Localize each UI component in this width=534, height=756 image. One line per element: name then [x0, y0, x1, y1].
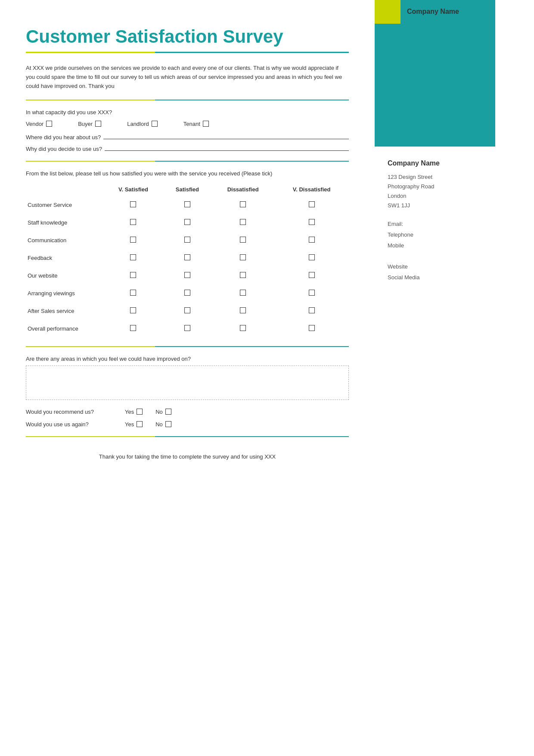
use-again-no[interactable]: No: [155, 421, 171, 428]
checkbox-vdissatisfied-1[interactable]: [309, 219, 315, 225]
capacity-landlord[interactable]: Landlord: [127, 121, 158, 127]
cell-satisfied-6[interactable]: [163, 302, 211, 320]
recommend-yes[interactable]: Yes: [125, 409, 143, 415]
cell-vdissatisfied-5[interactable]: [274, 284, 349, 302]
sidebar-company-name-bottom: Company Name: [388, 159, 482, 167]
checkbox-dissatisfied-3[interactable]: [240, 254, 246, 260]
cell-dissatisfied-7[interactable]: [211, 320, 274, 337]
cell-vsatisfied-0[interactable]: [103, 196, 163, 214]
survey-title: Customer Satisfaction Survey: [26, 26, 349, 47]
buyer-checkbox[interactable]: [95, 121, 101, 127]
cell-satisfied-2[interactable]: [163, 231, 211, 249]
cell-vdissatisfied-6[interactable]: [274, 302, 349, 320]
where-hear-row: Where did you hear about us?: [26, 133, 349, 141]
checkbox-vdissatisfied-3[interactable]: [309, 254, 315, 260]
checkbox-satisfied-1[interactable]: [184, 219, 190, 225]
cell-dissatisfied-4[interactable]: [211, 267, 274, 284]
checkbox-vdissatisfied-5[interactable]: [309, 290, 315, 296]
recommend-yes-checkbox[interactable]: [137, 409, 143, 415]
checkbox-dissatisfied-5[interactable]: [240, 290, 246, 296]
cell-satisfied-3[interactable]: [163, 249, 211, 267]
where-hear-label: Where did you hear about us?: [26, 134, 101, 141]
website-label: Website: [388, 262, 482, 272]
checkbox-satisfied-5[interactable]: [184, 290, 190, 296]
cell-satisfied-5[interactable]: [163, 284, 211, 302]
cell-satisfied-1[interactable]: [163, 214, 211, 231]
checkbox-satisfied-3[interactable]: [184, 254, 190, 260]
cell-vdissatisfied-0[interactable]: [274, 196, 349, 214]
cell-satisfied-7[interactable]: [163, 320, 211, 337]
checkbox-dissatisfied-2[interactable]: [240, 237, 246, 243]
why-decide-input[interactable]: [105, 145, 349, 151]
capacity-vendor[interactable]: Vendor: [26, 121, 52, 127]
improvement-textarea[interactable]: [26, 366, 349, 400]
checkbox-vdissatisfied-2[interactable]: [309, 237, 315, 243]
checkbox-dissatisfied-0[interactable]: [240, 201, 246, 207]
checkbox-vsatisfied-5[interactable]: [130, 290, 136, 296]
checkbox-vdissatisfied-4[interactable]: [309, 272, 315, 278]
tenant-checkbox[interactable]: [203, 121, 209, 127]
table-row: Our website: [26, 267, 349, 284]
cell-vsatisfied-1[interactable]: [103, 214, 163, 231]
intro-paragraph: At XXX we pride ourselves on the service…: [26, 64, 349, 91]
checkbox-vdissatisfied-6[interactable]: [309, 307, 315, 313]
cell-satisfied-0[interactable]: [163, 196, 211, 214]
landlord-checkbox[interactable]: [152, 121, 158, 127]
checkbox-vsatisfied-3[interactable]: [130, 254, 136, 260]
cell-vsatisfied-7[interactable]: [103, 320, 163, 337]
checkbox-dissatisfied-4[interactable]: [240, 272, 246, 278]
cell-vdissatisfied-4[interactable]: [274, 267, 349, 284]
checkbox-dissatisfied-7[interactable]: [240, 325, 246, 331]
cell-dissatisfied-5[interactable]: [211, 284, 274, 302]
use-again-no-checkbox[interactable]: [165, 421, 171, 427]
capacity-tenant[interactable]: Tenant: [183, 121, 209, 127]
checkbox-vsatisfied-4[interactable]: [130, 272, 136, 278]
checkbox-satisfied-7[interactable]: [184, 325, 190, 331]
cell-satisfied-4[interactable]: [163, 267, 211, 284]
use-again-yes[interactable]: Yes: [125, 421, 143, 428]
satisfaction-table: V. Satisfied Satisfied Dissatisfied V. D…: [26, 183, 349, 337]
section-divider-2: [26, 161, 349, 162]
recommend-no-checkbox[interactable]: [165, 409, 171, 415]
cell-dissatisfied-2[interactable]: [211, 231, 274, 249]
checkbox-satisfied-6[interactable]: [184, 307, 190, 313]
row-label-5: Arranging viewings: [26, 284, 103, 302]
checkbox-vdissatisfied-7[interactable]: [309, 325, 315, 331]
cell-vsatisfied-6[interactable]: [103, 302, 163, 320]
cell-vdissatisfied-1[interactable]: [274, 214, 349, 231]
checkbox-vsatisfied-1[interactable]: [130, 219, 136, 225]
section-divider-1: [26, 100, 349, 100]
cell-vdissatisfied-2[interactable]: [274, 231, 349, 249]
cell-vdissatisfied-7[interactable]: [274, 320, 349, 337]
checkbox-satisfied-4[interactable]: [184, 272, 190, 278]
vendor-checkbox[interactable]: [46, 121, 52, 127]
row-label-4: Our website: [26, 267, 103, 284]
cell-vdissatisfied-3[interactable]: [274, 249, 349, 267]
sidebar-contact: Email: Telephone Mobile Website Social M…: [388, 219, 482, 283]
address-line2: Photography Road: [388, 182, 482, 191]
checkbox-vdissatisfied-0[interactable]: [309, 201, 315, 207]
cell-dissatisfied-6[interactable]: [211, 302, 274, 320]
checkbox-dissatisfied-6[interactable]: [240, 307, 246, 313]
cell-vsatisfied-3[interactable]: [103, 249, 163, 267]
checkbox-satisfied-0[interactable]: [184, 201, 190, 207]
cell-dissatisfied-1[interactable]: [211, 214, 274, 231]
cell-vsatisfied-2[interactable]: [103, 231, 163, 249]
cell-vsatisfied-4[interactable]: [103, 267, 163, 284]
checkbox-vsatisfied-7[interactable]: [130, 325, 136, 331]
cell-dissatisfied-3[interactable]: [211, 249, 274, 267]
use-again-yes-checkbox[interactable]: [137, 421, 143, 427]
cell-dissatisfied-0[interactable]: [211, 196, 274, 214]
checkbox-vsatisfied-0[interactable]: [130, 201, 136, 207]
checkbox-vsatisfied-2[interactable]: [130, 237, 136, 243]
cell-vsatisfied-5[interactable]: [103, 284, 163, 302]
row-label-7: Overall performance: [26, 320, 103, 337]
recommend-no[interactable]: No: [155, 409, 171, 415]
checkbox-dissatisfied-1[interactable]: [240, 219, 246, 225]
use-again-no-label: No: [155, 421, 163, 428]
checkbox-satisfied-2[interactable]: [184, 237, 190, 243]
recommend-no-label: No: [155, 409, 163, 415]
capacity-buyer[interactable]: Buyer: [78, 121, 101, 127]
checkbox-vsatisfied-6[interactable]: [130, 307, 136, 313]
where-hear-input[interactable]: [103, 133, 349, 139]
